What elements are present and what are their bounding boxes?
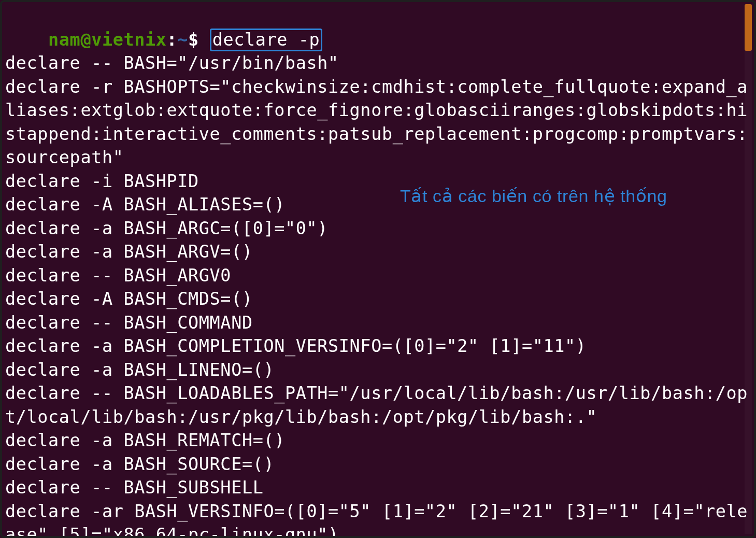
scrollbar-thumb[interactable] — [745, 4, 752, 51]
terminal-viewport[interactable]: nam@vietnix:~$ declare -p declare -- BAS… — [2, 2, 754, 536]
annotation-label: Tất cả các biến có trên hệ thống — [400, 185, 667, 208]
terminal-window: nam@vietnix:~$ declare -p declare -- BAS… — [0, 0, 756, 538]
prompt-line: nam@vietnix:~$ declare -p — [48, 30, 322, 50]
prompt-dollar: $ — [188, 30, 210, 50]
terminal-output: declare -- BASH="/usr/bin/bash" declare … — [5, 53, 748, 536]
scrollbar-track[interactable] — [745, 4, 752, 534]
command-highlight: declare -p — [210, 29, 323, 51]
prompt-user-host: nam@vietnix — [48, 30, 166, 50]
prompt-path: ~ — [177, 30, 188, 50]
prompt-colon: : — [167, 30, 178, 50]
